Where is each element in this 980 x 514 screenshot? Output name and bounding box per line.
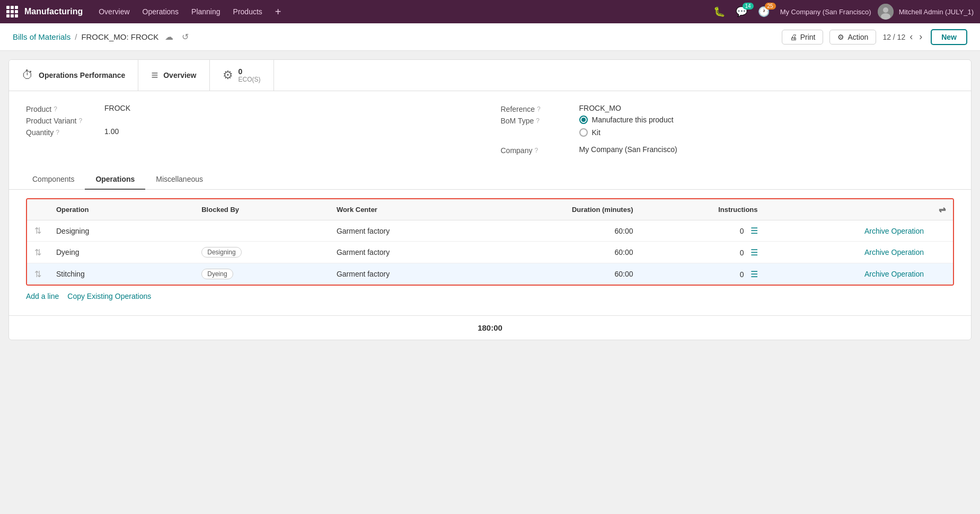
operations-performance-title: Operations Performance <box>39 71 125 79</box>
archive-link-1[interactable]: Archive Operation <box>864 248 924 256</box>
operation-name-0[interactable]: Designing <box>49 220 194 242</box>
th-archive <box>765 199 931 220</box>
pagination: 12 / 12 ‹ › <box>882 30 924 43</box>
work-center-1[interactable]: Garment factory <box>329 242 485 263</box>
instructions-1: 0 ☰ <box>641 242 765 263</box>
radio-manufacture[interactable]: Manufacture this product <box>579 116 674 124</box>
archive-link-2[interactable]: Archive Operation <box>864 270 924 278</box>
add-line-button[interactable]: Add a line <box>26 292 59 300</box>
refresh-icon[interactable]: ↺ <box>180 31 191 43</box>
product-variant-help-icon[interactable]: ? <box>78 117 82 125</box>
instructions-list-icon-1[interactable]: ☰ <box>751 248 758 257</box>
archive-link-0[interactable]: Archive Operation <box>864 227 924 235</box>
duration-2[interactable]: 60:00 <box>485 263 641 285</box>
th-settings: ⇌ <box>931 199 953 220</box>
duration-0[interactable]: 60:00 <box>485 220 641 242</box>
tab-components[interactable]: Components <box>22 170 85 190</box>
form-section: Product ? FROCK Product Variant ? Quanti… <box>9 91 971 170</box>
company-field-value[interactable]: My Company (San Francisco) <box>579 145 955 154</box>
next-record-button[interactable]: › <box>917 30 924 43</box>
archive-2: Archive Operation <box>765 263 931 285</box>
copy-existing-operations-button[interactable]: Copy Existing Operations <box>67 292 151 300</box>
table-header-row: Operation Blocked By Work Center Duratio… <box>27 199 953 220</box>
company-help-icon[interactable]: ? <box>534 147 538 154</box>
bom-type-help-icon[interactable]: ? <box>536 117 540 125</box>
reference-help-icon[interactable]: ? <box>537 105 541 113</box>
table-row: ⇅ Dyeing Designing Garment factory <box>27 242 953 263</box>
product-field: Product ? FROCK <box>26 104 480 113</box>
upload-icon[interactable]: ☁ <box>163 31 175 43</box>
form-left: Product ? FROCK Product Variant ? Quanti… <box>26 104 480 157</box>
duration-1[interactable]: 60:00 <box>485 242 641 263</box>
instructions-list-icon-0[interactable]: ☰ <box>751 226 758 235</box>
drag-handle-2[interactable]: ⇅ <box>27 263 49 285</box>
tab-miscellaneous[interactable]: Miscellaneous <box>145 170 214 190</box>
smart-btn-ecos[interactable]: ⚙ 0 ECO(S) <box>210 60 274 91</box>
company-label[interactable]: My Company (San Francisco) <box>776 8 876 16</box>
radio-kit-label: Kit <box>592 128 601 137</box>
nav-item-planning[interactable]: Planning <box>186 5 226 18</box>
th-handle <box>27 199 49 220</box>
breadcrumb-parent[interactable]: Bills of Materials <box>13 32 70 41</box>
new-button[interactable]: New <box>931 29 967 45</box>
svg-point-1 <box>883 7 888 13</box>
overview-title: Overview <box>163 71 196 79</box>
action-group: 🖨 Print ⚙ Action 12 / 12 ‹ › New <box>782 29 967 45</box>
app-name: Manufacturing <box>24 7 83 16</box>
top-navigation: Manufacturing Overview Operations Planni… <box>0 0 980 23</box>
drag-handle-0[interactable]: ⇅ <box>27 220 49 242</box>
messages-badge: 14 <box>743 3 754 10</box>
tab-operations[interactable]: Operations <box>85 170 145 190</box>
reference-label: Reference <box>501 105 535 113</box>
drag-handle-1[interactable]: ⇅ <box>27 242 49 263</box>
activity-icon[interactable]: 🕐 25 <box>754 4 774 20</box>
operation-name-1[interactable]: Dyeing <box>49 242 194 263</box>
list-icon-overview: ≡ <box>151 68 158 82</box>
user-avatar[interactable] <box>878 4 894 20</box>
reference-field: Reference ? FROCK_MO <box>501 104 955 113</box>
work-center-2[interactable]: Garment factory <box>329 263 485 285</box>
bom-type-field: BoM Type ? Manufacture this product Kit <box>501 116 955 137</box>
company-field: Company ? My Company (San Francisco) <box>501 145 955 155</box>
table-footer: Add a line Copy Existing Operations <box>17 286 963 307</box>
grid-icon <box>6 6 18 17</box>
blocked-by-tag-1: Designing <box>201 247 241 258</box>
tabs-row: Components Operations Miscellaneous <box>9 170 971 190</box>
nav-add-button[interactable]: + <box>270 4 287 20</box>
user-name[interactable]: Mitchell Admin (JULY_1) <box>899 8 974 16</box>
clock-icon: ⏱ <box>22 68 33 82</box>
prev-record-button[interactable]: ‹ <box>907 30 915 43</box>
blocked-by-0 <box>194 220 329 242</box>
messages-icon[interactable]: 💬 14 <box>731 4 752 20</box>
action-button[interactable]: ⚙ Action <box>829 30 876 45</box>
reference-value[interactable]: FROCK_MO <box>579 104 955 112</box>
bug-icon[interactable]: 🐛 <box>709 4 729 20</box>
instructions-list-icon-2[interactable]: ☰ <box>751 270 758 279</box>
pagination-text: 12 / 12 <box>882 33 905 41</box>
operations-table-wrapper: Operation Blocked By Work Center Duratio… <box>26 198 954 286</box>
table-settings-icon[interactable]: ⇌ <box>939 205 946 214</box>
app-logo[interactable]: Manufacturing <box>6 6 83 17</box>
product-value[interactable]: FROCK <box>104 104 480 112</box>
smart-buttons-row: ⏱ Operations Performance ≡ Overview ⚙ 0 … <box>9 60 971 91</box>
operation-name-2[interactable]: Stitching <box>49 263 194 285</box>
smart-btn-overview[interactable]: ≡ Overview <box>138 60 209 91</box>
row-settings-0 <box>931 220 953 242</box>
gear-icon: ⚙ <box>837 33 844 41</box>
print-label: Print <box>800 33 816 41</box>
print-button[interactable]: 🖨 Print <box>782 30 824 45</box>
nav-item-overview[interactable]: Overview <box>93 5 135 18</box>
th-duration: Duration (minutes) <box>485 199 641 220</box>
ecos-count: 0 <box>239 67 261 76</box>
nav-item-operations[interactable]: Operations <box>137 5 184 18</box>
work-center-0[interactable]: Garment factory <box>329 220 485 242</box>
blocked-by-2: Dyeing <box>194 263 329 285</box>
quantity-value[interactable]: 1.00 <box>104 127 480 136</box>
radio-kit[interactable]: Kit <box>579 128 674 137</box>
bom-type-radio-group: Manufacture this product Kit <box>579 116 674 137</box>
smart-btn-operations-performance[interactable]: ⏱ Operations Performance <box>9 60 138 91</box>
product-help-icon[interactable]: ? <box>54 105 57 113</box>
breadcrumb-bar: Bills of Materials / FROCK_MO: FROCK ☁ ↺… <box>0 23 980 51</box>
nav-item-products[interactable]: Products <box>228 5 268 18</box>
quantity-help-icon[interactable]: ? <box>56 129 59 136</box>
